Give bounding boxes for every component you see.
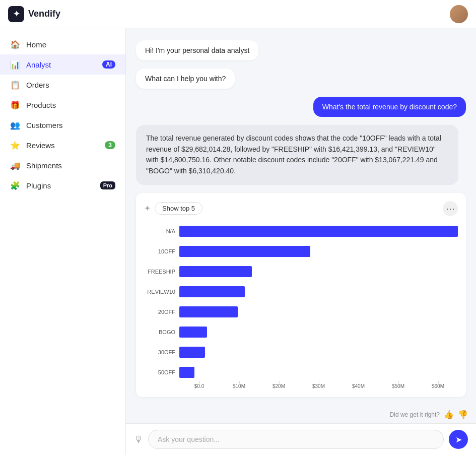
microphone-icon[interactable]: 🎙 [134,434,143,445]
sidebar-item-plugins-label: Plugins [26,181,51,190]
bar-label-50OFF: 50OFF [144,369,179,375]
bar-track-REVIEW10 [179,286,458,297]
send-icon: ➤ [455,435,462,444]
bar-fill-10OFF [179,246,310,257]
more-options-button[interactable]: ⋯ [443,201,458,216]
sidebar-item-reviews-left: ⭐Reviews [10,140,55,150]
sidebar-item-analyst-badge: AI [102,60,115,69]
bar-row-REVIEW10: REVIEW10 [144,283,458,301]
bar-label-BOGO: BOGO [144,329,179,335]
bar-fill-30OFF [179,347,205,358]
sidebar-item-orders[interactable]: 📋Orders [0,75,125,95]
bar-fill-FREESHIP [179,266,252,277]
logo: ✦ Vendify [8,6,60,22]
sidebar-item-analyst-label: Analyst [26,60,51,69]
bar-chart: N/A10OFFFREESHIPREVIEW1020OFFBOGO30OFF50… [144,222,458,389]
bar-track-10OFF [179,246,458,257]
main-layout: 🏠Home📊AnalystAI📋Orders🎁Products👥Customer… [0,28,476,455]
bot-response: The total revenue generated by discount … [136,125,458,185]
send-button[interactable]: ➤ [449,430,468,449]
sidebar-item-products-left: 🎁Products [10,100,56,110]
sidebar-item-analyst[interactable]: 📊AnalystAI [0,54,125,75]
bar-label-20OFF: 20OFF [144,309,179,315]
sidebar-item-orders-left: 📋Orders [10,80,49,90]
bar-row-FREESHIP: FREESHIP [144,263,458,281]
sidebar-item-products-label: Products [26,101,56,109]
sidebar-item-customers-left: 👥Customers [10,120,63,130]
sidebar-item-reviews[interactable]: ⭐Reviews3 [0,135,125,155]
avatar[interactable] [450,5,468,23]
did-we-get-it-right: Did we get it right? [390,411,440,418]
bot-greeting-2: What can I help you with? [136,69,235,89]
feedback-bar: Did we get it right? 👍 👎 [126,408,476,423]
bar-row-50OFF: 50OFF [144,363,458,381]
logo-icon: ✦ [8,6,24,22]
sidebar-item-customers-label: Customers [26,121,63,129]
thumbs-down-icon[interactable]: 👎 [458,410,468,419]
bar-fill-N/A [179,226,458,237]
sidebar-item-plugins[interactable]: 🧩PluginsPro [0,175,125,196]
bar-track-30OFF [179,347,458,358]
x-tick-$20M: $20M [259,383,299,389]
bar-fill-50OFF [179,367,194,378]
sidebar: 🏠Home📊AnalystAI📋Orders🎁Products👥Customer… [0,28,126,455]
sidebar-item-reviews-label: Reviews [26,141,55,150]
bar-row-10OFF: 10OFF [144,242,458,261]
bar-track-BOGO [179,327,458,338]
sidebar-item-products[interactable]: 🎁Products [0,95,125,115]
bars-container: N/A10OFFFREESHIPREVIEW1020OFFBOGO30OFF50… [144,222,458,381]
x-tick-$0.0: $0.0 [179,383,219,389]
bar-track-N/A [179,226,458,237]
sidebar-item-home[interactable]: 🏠Home [0,34,125,54]
chart-card: ✦ Show top 5 ⋯ N/A10OFFFREESHIPREVIEW102… [136,193,466,397]
bar-row-BOGO: BOGO [144,323,458,341]
sidebar-item-shipments-label: Shipments [26,161,62,170]
x-tick-$50M: $50M [378,383,418,389]
sidebar-item-reviews-badge: 3 [105,141,115,149]
sidebar-item-analyst-left: 📊Analyst [10,59,51,70]
chat-area: Hi! I'm your personal data analyst What … [126,28,476,408]
customers-icon: 👥 [10,120,20,130]
bar-fill-20OFF [179,306,238,317]
sidebar-item-shipments[interactable]: 🚚Shipments [0,155,125,175]
sidebar-item-plugins-left: 🧩Plugins [10,180,51,190]
bar-label-10OFF: 10OFF [144,248,179,254]
sidebar-item-home-label: Home [26,40,46,49]
sidebar-item-customers[interactable]: 👥Customers [0,115,125,135]
input-bar: 🎙 ➤ [126,423,476,455]
x-tick-$40M: $40M [338,383,378,389]
sidebar-item-orders-label: Orders [26,81,49,89]
thumbs-up-icon[interactable]: 👍 [444,410,454,419]
app-name: Vendify [28,9,60,19]
x-axis: $0.0$10M$20M$30M$40M$50M$60M [144,383,458,389]
chart-toolbar-left: ✦ Show top 5 [144,202,202,215]
plugins-icon: 🧩 [10,180,20,190]
reviews-icon: ⭐ [10,140,20,150]
bar-track-FREESHIP [179,266,458,277]
chat-input[interactable] [148,430,444,449]
user-message: What's the total revenue by discount cod… [313,97,466,117]
bar-fill-BOGO [179,327,207,338]
bar-label-REVIEW10: REVIEW10 [144,289,179,295]
bar-label-N/A: N/A [144,228,179,234]
sidebar-item-plugins-badge: Pro [100,181,115,189]
avatar-image [450,5,468,23]
bar-label-FREESHIP: FREESHIP [144,269,179,275]
sparkle-icon: ✦ [144,204,151,213]
topbar: ✦ Vendify [0,0,476,28]
shipments-icon: 🚚 [10,160,20,170]
bar-fill-REVIEW10 [179,286,245,297]
bar-row-20OFF: 20OFF [144,303,458,321]
bar-row-N/A: N/A [144,222,458,240]
sidebar-item-shipments-left: 🚚Shipments [10,160,62,170]
analyst-icon: 📊 [10,59,20,70]
products-icon: 🎁 [10,100,20,110]
content-area: Hi! I'm your personal data analyst What … [126,28,476,455]
home-icon: 🏠 [10,39,20,49]
show-top-button[interactable]: Show top 5 [155,202,202,215]
x-tick-$10M: $10M [219,383,259,389]
bar-track-50OFF [179,367,458,378]
bar-label-30OFF: 30OFF [144,349,179,355]
orders-icon: 📋 [10,80,20,90]
sidebar-item-home-left: 🏠Home [10,39,46,49]
